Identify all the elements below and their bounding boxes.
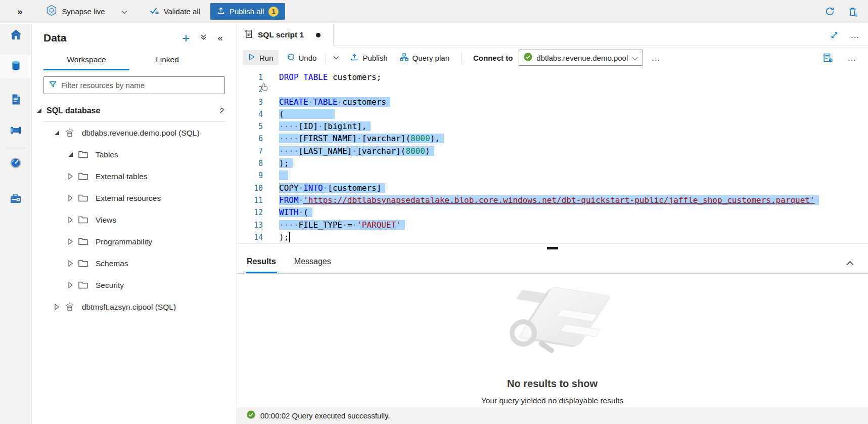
nav-data[interactable] — [0, 55, 31, 78]
nav-monitor[interactable] — [0, 152, 31, 176]
tree-item[interactable]: Security — [32, 274, 236, 296]
expand-editor-icon[interactable] — [831, 31, 838, 39]
collapsed-toggle-icon[interactable] — [53, 304, 60, 310]
tree-item[interactable]: SQL database2 — [32, 100, 236, 121]
play-icon — [248, 53, 255, 62]
tab-messages[interactable]: Messages — [293, 257, 332, 273]
publish-button[interactable]: Publish — [345, 50, 392, 66]
selection-highlight: ····FILE_TYPE·=·'PARQUET' — [279, 220, 405, 230]
expanded-toggle-icon[interactable] — [35, 108, 42, 113]
tab-sql-script-1[interactable]: SQL script 1 — [240, 24, 334, 46]
tab-workspace[interactable]: Workspace — [43, 51, 129, 70]
code-line[interactable]: 4( — [237, 108, 868, 120]
code-line[interactable]: 13····FILE_TYPE·=·'PARQUET' — [237, 219, 868, 231]
monitor-gauge-icon — [10, 157, 21, 171]
code-line[interactable]: 10COPY·INTO·[customers] — [237, 182, 868, 194]
code-line[interactable]: 5····[ID]·[bigint], — [237, 120, 868, 133]
synapse-hexagon-icon — [46, 5, 57, 18]
connect-to-label: Connect to — [473, 54, 513, 62]
line-number: 4 — [237, 108, 263, 120]
query-plan-button[interactable]: Query plan — [395, 50, 454, 66]
refresh-icon[interactable] — [825, 6, 835, 17]
collapsed-toggle-icon[interactable] — [67, 217, 74, 223]
toolbar-more-icon[interactable]: … — [847, 55, 857, 60]
code-line[interactable]: 11FROM·'https://dbtlabsynapsedatalake.bl… — [237, 194, 868, 206]
filter-input[interactable] — [61, 81, 219, 90]
folder-icon — [78, 281, 88, 289]
folder-icon — [78, 173, 88, 180]
properties-icon[interactable] — [823, 53, 833, 63]
validate-check-icon — [150, 7, 159, 16]
code-line[interactable]: 14); — [237, 231, 868, 243]
connect-more-icon[interactable]: … — [651, 55, 661, 60]
selection-highlight: CREATE·TABLE·customers — [279, 97, 390, 107]
tab-linked[interactable]: Linked — [129, 51, 205, 70]
code-line[interactable]: 3CREATE·TABLE·customers — [237, 96, 868, 108]
run-button[interactable]: Run — [243, 50, 279, 65]
folder-icon — [78, 194, 88, 202]
nav-integrate[interactable] — [0, 119, 31, 143]
empty-results-title: No results to show — [507, 378, 598, 390]
undo-icon — [287, 53, 295, 62]
validate-all-button[interactable]: Validate all — [150, 7, 200, 16]
nav-manage[interactable] — [0, 188, 31, 211]
collapse-panel-icon[interactable]: « — [217, 32, 223, 44]
pool-selector[interactable]: dbtlabs.revenue.demo.pool — [519, 50, 643, 66]
collapsed-toggle-icon[interactable] — [67, 282, 74, 288]
selection-highlight: FROM·'https://dbtlabsynapsedatalake.blob… — [279, 195, 819, 205]
code-line[interactable]: 6····[FIRST_NAME]·[varchar](8000), — [237, 133, 868, 145]
tree-item[interactable]: External resources — [32, 187, 236, 209]
tree-item[interactable]: Tables — [32, 144, 236, 165]
code-line[interactable]: 12WITH·( — [237, 206, 868, 219]
left-nav-rail — [0, 24, 32, 424]
line-number: 7 — [237, 145, 263, 157]
folder-icon — [78, 151, 88, 158]
code-text: ····[ID]·[bigint], — [279, 120, 371, 133]
undo-dropdown-icon[interactable] — [330, 56, 342, 60]
tree-item[interactable]: dbtmsft.azsyn.cipool (SQL) — [32, 296, 236, 318]
code-line[interactable]: 1DROP TABLE customers; — [237, 71, 868, 83]
code-line[interactable]: 8); — [237, 157, 868, 169]
tree-item[interactable]: Programmability — [32, 231, 236, 252]
tree-item[interactable]: External tables — [32, 165, 236, 187]
tab-more-icon[interactable]: … — [850, 32, 860, 37]
code-text: FROM·'https://dbtlabsynapsedatalake.blob… — [279, 194, 819, 206]
collapse-results-icon[interactable] — [846, 259, 854, 268]
text-caret — [289, 232, 290, 242]
code-line[interactable]: 2 — [237, 83, 868, 96]
code-text: ····[LAST_NAME]·[varchar](8000) — [279, 145, 434, 157]
splitter-drag-handle[interactable] — [547, 247, 558, 249]
sql-code-editor[interactable]: 1DROP TABLE customers;23CREATE·TABLE·cus… — [237, 69, 868, 244]
code-line[interactable]: 9 — [237, 169, 868, 182]
discard-all-icon[interactable] — [848, 7, 858, 17]
tree-item[interactable]: dbtlabs.revenue.demo.pool (SQL) — [32, 122, 236, 144]
collapse-all-icon[interactable] — [200, 33, 207, 43]
folder-icon — [78, 216, 88, 224]
expand-nav-icon[interactable]: » — [17, 6, 23, 17]
magnifier-icon — [510, 319, 537, 347]
publish-label: Publish — [362, 54, 387, 62]
collapsed-toggle-icon[interactable] — [67, 238, 74, 245]
line-number: 9 — [237, 169, 263, 182]
no-results-illustration — [494, 280, 611, 367]
collapsed-toggle-icon[interactable] — [67, 260, 74, 267]
collapsed-toggle-icon[interactable] — [67, 195, 74, 201]
selection-highlight: COPY·INTO·[customers] — [279, 183, 385, 193]
publish-all-button[interactable]: Publish all 1 — [210, 3, 285, 20]
filter-box — [43, 76, 225, 94]
resource-tree: SQL database2dbtlabs.revenue.demo.pool (… — [32, 100, 236, 318]
nav-develop[interactable] — [0, 89, 31, 112]
tab-results[interactable]: Results — [246, 257, 277, 273]
collapsed-toggle-icon[interactable] — [67, 173, 74, 180]
expanded-toggle-icon[interactable] — [67, 152, 74, 157]
tree-item[interactable]: Views — [32, 209, 236, 231]
add-resource-icon[interactable]: + — [182, 33, 190, 43]
expanded-toggle-icon[interactable] — [53, 131, 60, 135]
tree-item[interactable]: Schemas — [32, 252, 236, 274]
code-line[interactable]: 7····[LAST_NAME]·[varchar](8000) — [237, 145, 868, 157]
nav-home[interactable] — [0, 24, 31, 47]
synapse-live-selector[interactable]: Synapse live — [46, 5, 127, 18]
code-text: ····[FIRST_NAME]·[varchar](8000), — [279, 133, 444, 145]
undo-button[interactable]: Undo — [282, 50, 322, 65]
line-number: 5 — [237, 120, 263, 133]
